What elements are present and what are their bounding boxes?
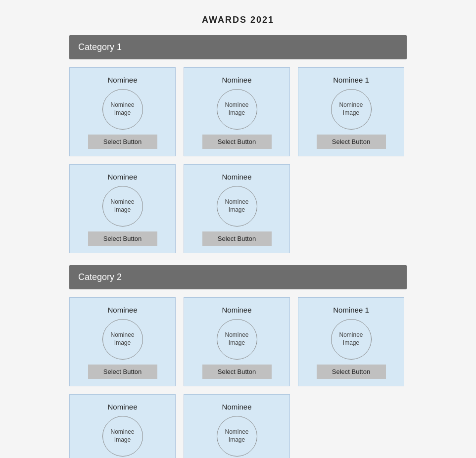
- nominee-image-2-2: Nominee Image: [217, 319, 257, 360]
- nominee-image-1-5: Nominee Image: [217, 186, 257, 227]
- select-button-1-2[interactable]: Select Button: [202, 135, 272, 149]
- select-button-1-3[interactable]: Select Button: [317, 135, 386, 149]
- nominee-name-1-5: Nominee: [222, 173, 251, 181]
- nominee-name-2-3: Nominee 1: [333, 306, 369, 314]
- nominee-image-1-3: Nominee Image: [331, 89, 372, 130]
- nominee-image-1-1: Nominee Image: [102, 89, 143, 130]
- categories-container: Category 1NomineeNominee ImageSelect But…: [0, 35, 476, 458]
- select-button-1-1[interactable]: Select Button: [88, 135, 157, 149]
- page-title: AWARDS 2021: [0, 0, 476, 35]
- nominee-card-2-2: NomineeNominee ImageSelect Button: [184, 297, 290, 386]
- nominee-image-1-4: Nominee Image: [102, 186, 143, 227]
- nominee-image-2-5: Nominee Image: [217, 416, 257, 457]
- nominee-name-1-3: Nominee 1: [333, 76, 369, 84]
- nominees-grid-2: NomineeNominee ImageSelect ButtonNominee…: [69, 297, 407, 458]
- nominee-card-2-3: Nominee 1Nominee ImageSelect Button: [298, 297, 404, 386]
- nominee-card-1-3: Nominee 1Nominee ImageSelect Button: [298, 67, 404, 156]
- nominee-name-1-2: Nominee: [222, 76, 251, 84]
- nominee-name-2-1: Nominee: [107, 306, 137, 314]
- select-button-1-5[interactable]: Select Button: [202, 231, 272, 246]
- nominee-card-1-4: NomineeNominee ImageSelect Button: [69, 164, 176, 253]
- select-button-2-2[interactable]: Select Button: [202, 365, 272, 379]
- nominee-name-2-4: Nominee: [107, 403, 137, 411]
- nominee-name-2-2: Nominee: [222, 306, 251, 314]
- nominee-card-2-5: NomineeNominee ImageSelect Button: [184, 394, 290, 458]
- nominee-name-2-5: Nominee: [222, 403, 251, 411]
- nominee-card-1-5: NomineeNominee ImageSelect Button: [184, 164, 290, 253]
- nominee-card-1-1: NomineeNominee ImageSelect Button: [69, 67, 176, 156]
- nominee-card-1-2: NomineeNominee ImageSelect Button: [184, 67, 290, 156]
- category-header-2: Category 2: [69, 265, 407, 289]
- nominee-image-2-3: Nominee Image: [331, 319, 372, 360]
- select-button-2-3[interactable]: Select Button: [317, 365, 386, 379]
- nominee-image-2-1: Nominee Image: [102, 319, 143, 360]
- category-section-1: Category 1NomineeNominee ImageSelect But…: [69, 35, 407, 253]
- nominee-name-1-1: Nominee: [107, 76, 137, 84]
- nominees-grid-1: NomineeNominee ImageSelect ButtonNominee…: [69, 67, 407, 253]
- nominee-image-2-4: Nominee Image: [102, 416, 143, 457]
- select-button-2-1[interactable]: Select Button: [88, 365, 157, 379]
- nominee-card-2-4: NomineeNominee ImageSelect Button: [69, 394, 176, 458]
- nominee-image-1-2: Nominee Image: [217, 89, 257, 130]
- category-section-2: Category 2NomineeNominee ImageSelect But…: [69, 265, 407, 458]
- nominee-name-1-4: Nominee: [107, 173, 137, 181]
- select-button-1-4[interactable]: Select Button: [88, 231, 157, 246]
- category-header-1: Category 1: [69, 35, 407, 59]
- nominee-card-2-1: NomineeNominee ImageSelect Button: [69, 297, 176, 386]
